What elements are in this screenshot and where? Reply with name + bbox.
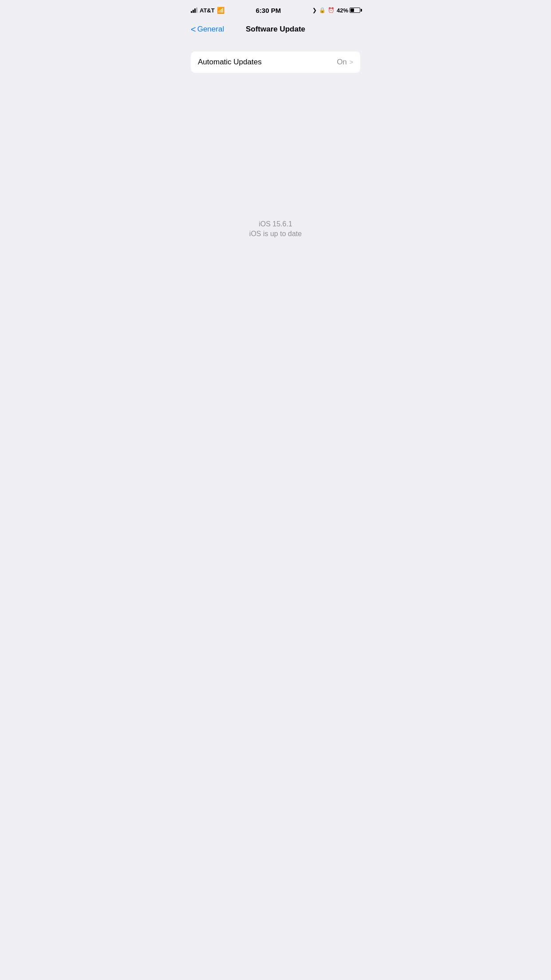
- status-right: ❯ 🔒 ⏰ 42%: [312, 7, 360, 14]
- page-title: Software Update: [246, 25, 305, 34]
- location-icon: ❯: [312, 7, 317, 13]
- automatic-updates-row[interactable]: Automatic Updates On >: [191, 51, 360, 73]
- status-left: AT&T 📶: [191, 7, 224, 14]
- battery-fill: [350, 8, 354, 12]
- back-button[interactable]: < General: [187, 23, 228, 36]
- signal-bar-3: [194, 8, 196, 13]
- status-bar: AT&T 📶 6:30 PM ❯ 🔒 ⏰ 42%: [184, 0, 367, 20]
- back-label: General: [197, 25, 224, 34]
- automatic-updates-value: On: [337, 58, 347, 67]
- automatic-updates-value-container: On >: [337, 58, 353, 67]
- lock-icon: 🔒: [319, 7, 326, 13]
- alarm-icon: ⏰: [328, 7, 335, 13]
- signal-bar-2: [193, 10, 194, 13]
- back-chevron-icon: <: [191, 25, 196, 34]
- status-time: 6:30 PM: [256, 7, 281, 14]
- wifi-icon: 📶: [217, 7, 224, 14]
- battery-container: 42%: [337, 7, 360, 14]
- ios-version: iOS 15.6.1: [259, 220, 292, 228]
- settings-card: Automatic Updates On >: [191, 51, 360, 73]
- chevron-right-icon: >: [350, 59, 353, 66]
- nav-bar: < General Software Update: [184, 20, 367, 39]
- ios-info-section: iOS 15.6.1 iOS is up to date: [184, 220, 367, 238]
- signal-bar-4: [196, 8, 197, 13]
- main-content: Automatic Updates On >: [184, 39, 367, 80]
- automatic-updates-label: Automatic Updates: [198, 58, 262, 67]
- ios-status: iOS is up to date: [249, 230, 302, 238]
- battery-icon: [350, 8, 360, 13]
- carrier-label: AT&T: [200, 7, 215, 14]
- battery-percent: 42%: [337, 7, 348, 14]
- signal-bars-icon: [191, 8, 197, 13]
- signal-bar-1: [191, 11, 192, 13]
